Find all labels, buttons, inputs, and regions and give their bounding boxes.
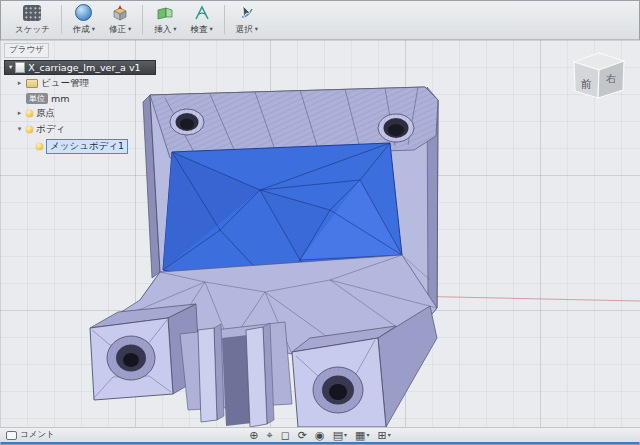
- display-settings-icon[interactable]: ▤▾: [333, 430, 347, 441]
- sketch-tool-label: スケッチ: [15, 24, 50, 36]
- viewport-layout-icon[interactable]: ⊞▾: [378, 430, 391, 441]
- folder-icon: [26, 79, 38, 88]
- browser-row-origin[interactable]: ▸ 原点: [14, 106, 184, 121]
- viewport-canvas[interactable]: ブラウザ ▾ X_carriage_lm_ver_a v1 ▸ ビュー管理 単位…: [0, 40, 640, 427]
- caret-right-icon[interactable]: ▸: [16, 80, 23, 87]
- menu-insert[interactable]: 挿入▾: [147, 0, 183, 39]
- chevron-down-icon: ▾: [366, 432, 369, 438]
- create-sphere-icon: [74, 4, 94, 22]
- pan-icon[interactable]: ⊕: [249, 430, 258, 441]
- grid-settings-icon[interactable]: ▦▾: [355, 430, 369, 441]
- bottom-bar: コメント ⊕ ⌖ ◻ ⟳ ◉ ▤▾ ▦▾ ⊞▾: [0, 427, 640, 442]
- browser-row-bodies[interactable]: ▾ ボディ: [14, 122, 184, 137]
- chevron-down-icon: ▾: [255, 26, 258, 33]
- views-label: ビュー管理: [41, 77, 89, 90]
- menu-select-label: 選択: [236, 24, 253, 36]
- rib-fins[interactable]: [180, 322, 292, 427]
- fit-icon[interactable]: ◻: [281, 430, 290, 441]
- mounting-hole-right[interactable]: [378, 114, 414, 142]
- browser-panel-label[interactable]: ブラウザ: [4, 43, 49, 58]
- bearing-hole-left[interactable]: [107, 336, 155, 380]
- units-chip: 単位: [26, 93, 48, 104]
- menu-create[interactable]: 作成▾: [66, 0, 102, 39]
- look-at-icon[interactable]: ◉: [315, 430, 325, 441]
- menu-inspect[interactable]: 検査▾: [184, 0, 220, 39]
- menu-select[interactable]: 選択▾: [229, 0, 265, 39]
- browser-row-views[interactable]: ▸ ビュー管理: [14, 76, 184, 91]
- caret-down-icon[interactable]: ▾: [16, 126, 23, 133]
- modify-box-icon: [110, 4, 130, 22]
- chevron-down-icon: ▾: [388, 432, 391, 438]
- chevron-down-icon: ▾: [92, 26, 95, 33]
- chevron-down-icon: ▾: [210, 26, 213, 33]
- zoom-icon[interactable]: ⌖: [266, 430, 272, 441]
- menu-insert-label: 挿入: [154, 24, 171, 36]
- visibility-bulb-icon[interactable]: [26, 110, 33, 117]
- sketch-grid-icon: [22, 4, 42, 22]
- comments-label: コメント: [20, 429, 55, 441]
- browser-row-mesh-body[interactable]: メッシュボディ1: [34, 138, 184, 155]
- browser-doc-row[interactable]: ▾ X_carriage_lm_ver_a v1: [4, 60, 156, 75]
- origin-label: 原点: [36, 107, 55, 120]
- chevron-down-icon: ▾: [173, 26, 176, 33]
- caret-right-icon[interactable]: ▸: [16, 110, 23, 117]
- menu-inspect-label: 検査: [191, 24, 208, 36]
- browser-panel: ブラウザ ▾ X_carriage_lm_ver_a v1 ▸ ビュー管理 単位…: [4, 43, 184, 155]
- menu-modify-label: 修正: [109, 24, 126, 36]
- chevron-down-icon: ▾: [344, 432, 347, 438]
- toolbar-separator: [142, 5, 143, 34]
- bodies-label: ボディ: [36, 123, 65, 136]
- navigation-bar: ⊕ ⌖ ◻ ⟳ ◉ ▤▾ ▦▾ ⊞▾: [249, 430, 390, 441]
- select-cursor-icon: [237, 4, 257, 22]
- document-icon: [15, 62, 25, 73]
- fusion-window: スケッチ 作成▾ 修正▾ 挿入▾ 検査▾: [0, 0, 640, 445]
- visibility-bulb-icon[interactable]: [36, 143, 43, 150]
- viewcube-front-label[interactable]: 前: [580, 78, 592, 91]
- insert-panels-icon: [155, 4, 175, 22]
- sketch-tool-button[interactable]: スケッチ: [8, 0, 57, 39]
- chevron-down-icon: ▾: [128, 26, 131, 33]
- visibility-bulb-icon[interactable]: [26, 126, 33, 133]
- comments-toggle[interactable]: コメント: [6, 429, 55, 441]
- browser-row-units[interactable]: 単位 mm: [24, 92, 184, 105]
- inspect-angle-icon: [192, 4, 212, 22]
- caret-down-icon: ▾: [9, 64, 12, 71]
- menu-modify[interactable]: 修正▾: [102, 0, 138, 39]
- orbit-icon[interactable]: ⟳: [298, 430, 307, 441]
- comment-icon: [6, 431, 17, 440]
- units-value: mm: [51, 93, 70, 104]
- toolbar-separator: [61, 5, 62, 34]
- toolbar: スケッチ 作成▾ 修正▾ 挿入▾ 検査▾: [0, 0, 640, 40]
- viewcube[interactable]: 前 右: [566, 46, 632, 106]
- mesh-body-label: メッシュボディ1: [46, 139, 128, 154]
- toolbar-separator: [224, 5, 225, 34]
- viewcube-right-label[interactable]: 右: [606, 73, 616, 84]
- menu-create-label: 作成: [73, 24, 90, 36]
- bearing-hole-right[interactable]: [313, 367, 363, 413]
- document-title: X_carriage_lm_ver_a v1: [28, 62, 140, 73]
